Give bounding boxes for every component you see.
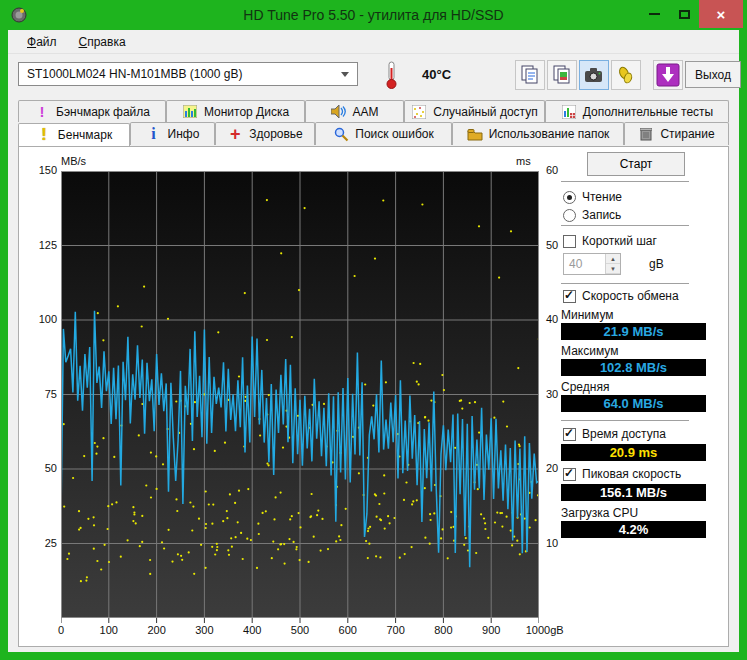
x-axis-ticks bbox=[61, 618, 539, 623]
menu-help[interactable]: Справка bbox=[70, 32, 135, 52]
menu-bar: Файл Справка bbox=[8, 30, 739, 54]
average-label: Средняя bbox=[561, 380, 609, 394]
tab-file-benchmark[interactable]: ! Бэнчмарк файла bbox=[18, 100, 166, 122]
copy-image-icon[interactable] bbox=[547, 60, 577, 90]
thermometer-icon bbox=[385, 60, 399, 94]
tab-health[interactable]: + Здоровье bbox=[215, 122, 315, 145]
tab-random-access[interactable]: Случайный доступ bbox=[404, 100, 545, 122]
close-button[interactable]: × bbox=[699, 0, 743, 28]
maximize-button[interactable] bbox=[669, 0, 699, 28]
axis-tick-label: 75 bbox=[29, 388, 57, 400]
right-axis-unit: ms bbox=[516, 155, 531, 167]
toolbar: ST1000LM024 HN-M101MBB (1000 gB) 40°C bbox=[8, 54, 739, 98]
random-access-icon bbox=[411, 104, 427, 120]
tab-aam[interactable]: AAM bbox=[305, 100, 404, 122]
short-stride-checkbox[interactable]: Короткий шаг bbox=[563, 233, 657, 249]
stepper-up-button[interactable]: ▲ bbox=[606, 254, 620, 264]
tab-label: AAM bbox=[352, 105, 378, 119]
read-radio[interactable]: Чтение bbox=[563, 189, 622, 205]
folder-usage-icon bbox=[467, 126, 483, 142]
tab-label: Здоровье bbox=[249, 127, 303, 141]
tab-label: Поиск ошибок bbox=[355, 127, 433, 141]
minimum-value: 21.9 MB/s bbox=[561, 323, 706, 340]
burst-rate-checkbox[interactable]: Пиковая скорость bbox=[563, 466, 681, 482]
download-icon[interactable] bbox=[653, 60, 683, 90]
access-time-value: 20.9 ms bbox=[561, 444, 706, 461]
access-time-checkbox[interactable]: Время доступа bbox=[563, 426, 666, 442]
chevron-down-icon bbox=[341, 72, 349, 77]
transfer-rate-box bbox=[563, 290, 576, 303]
write-radio[interactable]: Запись bbox=[563, 207, 621, 223]
toolbar-buttons bbox=[515, 60, 683, 90]
benchmark-controls: Старт Чтение Запись Короткий шаг bbox=[561, 147, 706, 648]
transfer-rate-label: Скорость обмена bbox=[582, 289, 679, 303]
tab-label: Использование папок bbox=[489, 127, 610, 141]
short-stride-label: Короткий шаг bbox=[582, 234, 657, 248]
access-time-box bbox=[563, 428, 576, 441]
axis-tick-label: 50 bbox=[29, 462, 57, 474]
copy-icon[interactable] bbox=[515, 60, 545, 90]
tab-label: Инфо bbox=[168, 127, 200, 141]
hand-icon[interactable] bbox=[611, 60, 641, 90]
stride-size-row: 40 ▲▼ gB bbox=[563, 253, 664, 275]
cpu-usage-label: Загрузка CPU bbox=[561, 506, 638, 520]
tab-label: Стирание bbox=[660, 127, 714, 141]
stride-size-stepper[interactable]: 40 ▲▼ bbox=[563, 253, 621, 275]
extra-tests-icon bbox=[561, 104, 577, 120]
burst-rate-label: Пиковая скорость bbox=[582, 467, 681, 481]
average-value: 64.0 MB/s bbox=[561, 395, 706, 412]
tab-disk-monitor[interactable]: Монитор Диска bbox=[166, 100, 305, 122]
tab-label: Бэнчмарк файла bbox=[56, 105, 150, 119]
tab-row-secondary: ! Бэнчмарк файла Монитор Диска AAM Случа… bbox=[18, 100, 729, 122]
tab-label: Случайный доступ bbox=[433, 105, 537, 119]
minimize-button[interactable] bbox=[639, 0, 669, 28]
axis-tick-label: 25 bbox=[29, 537, 57, 549]
tab-row-primary: ! Бенчмарк i Инфо + Здоровье Поиск ошибо… bbox=[18, 122, 729, 145]
error-scan-icon bbox=[333, 126, 349, 142]
axis-tick-label: 150 bbox=[29, 164, 57, 176]
write-radio-label: Запись bbox=[582, 208, 621, 222]
maximum-value: 102.8 MB/s bbox=[561, 359, 706, 376]
axis-tick-label: 125 bbox=[29, 239, 57, 251]
short-stride-box bbox=[563, 235, 576, 248]
title-bar: HD Tune Pro 5.50 - утилита для HD/SSD × bbox=[0, 0, 747, 30]
tab-label: Бенчмарк bbox=[58, 128, 112, 142]
tab-strip: ! Бэнчмарк файла Монитор Диска AAM Случа… bbox=[18, 100, 729, 145]
write-radio-circle bbox=[563, 209, 576, 222]
read-radio-label: Чтение bbox=[582, 190, 622, 204]
camera-icon[interactable] bbox=[579, 60, 609, 90]
window-title: HD Tune Pro 5.50 - утилита для HD/SSD bbox=[0, 7, 747, 23]
temperature-value: 40°C bbox=[422, 67, 451, 82]
file-benchmark-icon: ! bbox=[34, 104, 50, 120]
burst-rate-box bbox=[563, 468, 576, 481]
client-area: Файл Справка ST1000LM024 HN-M101MBB (100… bbox=[8, 30, 739, 652]
access-time-label: Время доступа bbox=[582, 427, 666, 441]
divider bbox=[561, 225, 689, 226]
drive-select-value: ST1000LM024 HN-M101MBB (1000 gB) bbox=[27, 67, 242, 81]
tab-extra-tests[interactable]: Дополнительные тесты bbox=[545, 100, 729, 122]
divider bbox=[561, 420, 689, 421]
tab-label: Монитор Диска bbox=[204, 105, 289, 119]
transfer-rate-checkbox[interactable]: Скорость обмена bbox=[563, 288, 679, 304]
tab-benchmark[interactable]: ! Бенчмарк bbox=[18, 123, 130, 146]
tab-info[interactable]: i Инфо bbox=[130, 122, 215, 145]
exit-button[interactable]: Выход bbox=[685, 61, 741, 88]
start-button[interactable]: Старт bbox=[587, 152, 685, 176]
burst-rate-value: 156.1 MB/s bbox=[561, 484, 706, 501]
benchmark-panel: MB/s ms 150125100755025 605040302010 010… bbox=[18, 146, 729, 647]
tab-erase[interactable]: Стирание bbox=[624, 122, 729, 145]
read-radio-circle bbox=[563, 191, 576, 204]
maximum-label: Максимум bbox=[561, 344, 618, 358]
benchmark-chart bbox=[61, 171, 539, 626]
benchmark-icon: ! bbox=[36, 127, 52, 143]
disk-monitor-icon bbox=[182, 104, 198, 120]
info-icon: i bbox=[146, 126, 162, 142]
speaker-icon bbox=[330, 104, 346, 120]
menu-file[interactable]: Файл bbox=[18, 32, 66, 52]
divider bbox=[561, 181, 689, 182]
stepper-down-button[interactable]: ▼ bbox=[606, 264, 620, 274]
stride-size-value: 40 bbox=[564, 254, 605, 274]
tab-error-scan[interactable]: Поиск ошибок bbox=[315, 122, 452, 145]
tab-folder-usage[interactable]: Использование папок bbox=[452, 122, 624, 145]
drive-select[interactable]: ST1000LM024 HN-M101MBB (1000 gB) bbox=[18, 62, 358, 86]
